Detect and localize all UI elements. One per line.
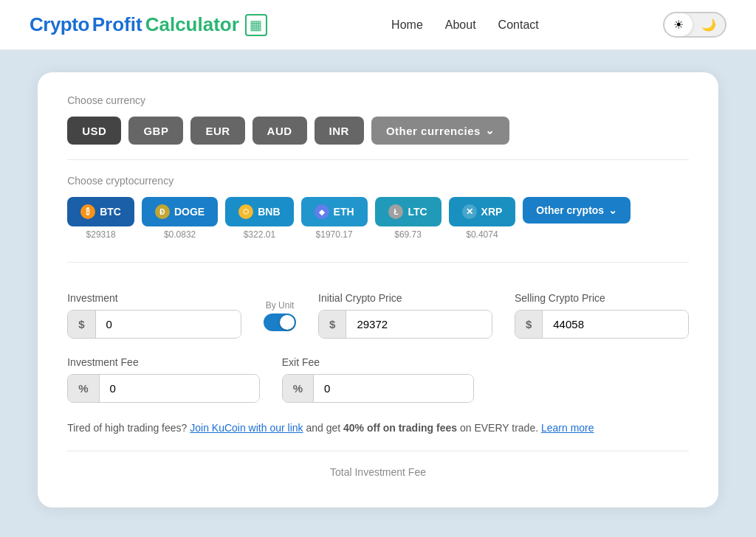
exit-fee-input[interactable] <box>314 375 474 402</box>
selling-price-input-group: $ <box>515 310 689 339</box>
ltc-label: LTC <box>408 206 427 218</box>
ltc-icon: Ł <box>388 204 403 219</box>
form-section: Investment $ By Unit Initial Crypto Pric… <box>67 292 689 403</box>
currency-buttons: USD GBP EUR AUD INR Other currencies ⌄ <box>67 117 689 145</box>
initial-price-prefix: $ <box>319 311 346 338</box>
crypto-btn-xrp[interactable]: ✕ XRP <box>449 197 516 226</box>
other-currencies-label: Other currencies <box>386 125 481 137</box>
crypto-buttons: ₿ BTC $29318 Ð DOGE $0.0832 ⬡ BNB $322.0… <box>67 197 689 240</box>
crypto-btn-eth[interactable]: ◆ ETH <box>301 197 368 226</box>
main-card: Choose currency USD GBP EUR AUD INR Othe… <box>38 72 718 507</box>
total-investment-fee-label: Total Investment Fee <box>67 451 689 478</box>
nav-about[interactable]: About <box>445 18 476 32</box>
selling-price-input[interactable] <box>543 311 689 338</box>
exit-fee-prefix: % <box>283 375 314 402</box>
selling-price-field: Selling Crypto Price $ <box>515 292 689 339</box>
promo-text-after: on EVERY trade. <box>460 422 541 434</box>
crypto-item-btc: ₿ BTC $29318 <box>67 197 134 240</box>
investment-input[interactable] <box>96 311 242 338</box>
selling-price-prefix: $ <box>515 311 543 338</box>
theme-toggle: ☀ 🌙 <box>663 12 726 38</box>
dark-mode-button[interactable]: 🌙 <box>693 13 725 36</box>
crypto-btn-ltc[interactable]: Ł LTC <box>375 197 441 226</box>
bnb-label: BNB <box>258 206 280 218</box>
calculator-icon: ▦ <box>245 14 267 36</box>
crypto-btn-other[interactable]: Other cryptos ⌄ <box>523 197 630 224</box>
xrp-price: $0.4074 <box>466 229 498 240</box>
currency-btn-inr[interactable]: INR <box>315 117 364 145</box>
chevron-down-icon: ⌄ <box>485 124 495 137</box>
selling-price-label: Selling Crypto Price <box>515 292 689 304</box>
crypto-item-doge: Ð DOGE $0.0832 <box>142 197 218 240</box>
initial-price-label: Initial Crypto Price <box>318 292 492 304</box>
crypto-item-eth: ◆ ETH $1970.17 <box>301 197 368 240</box>
eth-price: $1970.17 <box>316 229 353 240</box>
header: Crypto Profit Calculator ▦ Home About Co… <box>0 0 756 50</box>
crypto-item-xrp: ✕ XRP $0.4074 <box>449 197 516 240</box>
currency-section-label: Choose currency <box>67 94 689 106</box>
crypto-section-label: Choose cryptocurrency <box>67 175 689 187</box>
promo-text: Tired of high trading fees? Join KuCoin … <box>67 420 689 436</box>
logo: Crypto Profit Calculator ▦ <box>30 13 267 36</box>
other-cryptos-label: Other cryptos <box>536 204 604 216</box>
doge-label: DOGE <box>174 206 205 218</box>
learn-more-link[interactable]: Learn more <box>541 422 594 434</box>
other-cryptos-chevron-icon: ⌄ <box>608 204 617 216</box>
kucoin-link[interactable]: Join KuCoin with our link <box>190 422 303 434</box>
initial-price-input[interactable] <box>346 311 492 338</box>
doge-icon: Ð <box>155 204 170 219</box>
investment-prefix: $ <box>68 311 95 338</box>
currency-btn-gbp[interactable]: GBP <box>128 117 183 145</box>
eth-label: ETH <box>334 206 354 218</box>
investment-label: Investment <box>67 292 241 304</box>
investment-field: Investment $ <box>67 292 241 339</box>
xrp-label: XRP <box>481 206 503 218</box>
currency-btn-aud[interactable]: AUD <box>252 117 307 145</box>
btc-price: $29318 <box>86 229 116 240</box>
eth-icon: ◆ <box>315 204 329 219</box>
currency-btn-eur[interactable]: EUR <box>190 117 244 145</box>
crypto-item-bnb: ⬡ BNB $322.01 <box>225 197 293 240</box>
main-nav: Home About Contact <box>391 18 539 32</box>
crypto-btn-btc[interactable]: ₿ BTC <box>67 197 134 226</box>
currency-btn-other[interactable]: Other currencies ⌄ <box>371 117 510 145</box>
light-mode-button[interactable]: ☀ <box>664 13 693 36</box>
currency-btn-usd[interactable]: USD <box>67 117 121 145</box>
btc-icon: ₿ <box>80 204 95 219</box>
investment-fee-field: Investment Fee % <box>67 356 260 403</box>
exit-fee-input-group: % <box>282 374 475 403</box>
doge-price: $0.0832 <box>164 229 196 240</box>
logo-crypto-text: Crypto <box>30 13 89 36</box>
investment-fee-prefix: % <box>68 375 99 402</box>
crypto-item-other: Other cryptos ⌄ <box>523 197 630 224</box>
crypto-section: Choose cryptocurrency ₿ BTC $29318 Ð DOG… <box>67 175 689 240</box>
by-unit-toggle[interactable] <box>264 313 296 331</box>
initial-price-field: Initial Crypto Price $ <box>318 292 492 339</box>
bnb-price: $322.01 <box>244 229 275 240</box>
by-unit-label: By Unit <box>266 300 295 311</box>
currency-section: Choose currency USD GBP EUR AUD INR Othe… <box>67 94 689 145</box>
crypto-btn-doge[interactable]: Ð DOGE <box>142 197 218 226</box>
btc-label: BTC <box>100 206 121 218</box>
nav-contact[interactable]: Contact <box>498 18 539 32</box>
promo-text-before: Tired of high trading fees? <box>67 422 187 434</box>
initial-price-input-group: $ <box>318 310 492 339</box>
crypto-item-ltc: Ł LTC $69.73 <box>375 197 441 240</box>
ltc-price: $69.73 <box>394 229 422 240</box>
logo-calculator-text: Calculator <box>145 13 239 36</box>
section-divider-2 <box>67 262 689 263</box>
nav-home[interactable]: Home <box>391 18 423 32</box>
form-row-1: Investment $ By Unit Initial Crypto Pric… <box>67 292 689 339</box>
investment-fee-input-group: % <box>67 374 260 403</box>
logo-profit-text: Profit <box>92 13 142 36</box>
bnb-icon: ⬡ <box>238 204 253 219</box>
exit-fee-label: Exit Fee <box>282 356 475 368</box>
investment-fee-label: Investment Fee <box>67 356 260 368</box>
xrp-icon: ✕ <box>462 204 477 219</box>
crypto-btn-bnb[interactable]: ⬡ BNB <box>225 197 293 226</box>
exit-fee-field: Exit Fee % <box>282 356 475 403</box>
by-unit-toggle-area: By Unit <box>264 300 296 339</box>
investment-fee-input[interactable] <box>100 375 260 402</box>
promo-text-middle: and get <box>306 422 343 434</box>
form-row-2: Investment Fee % Exit Fee % <box>67 356 689 403</box>
